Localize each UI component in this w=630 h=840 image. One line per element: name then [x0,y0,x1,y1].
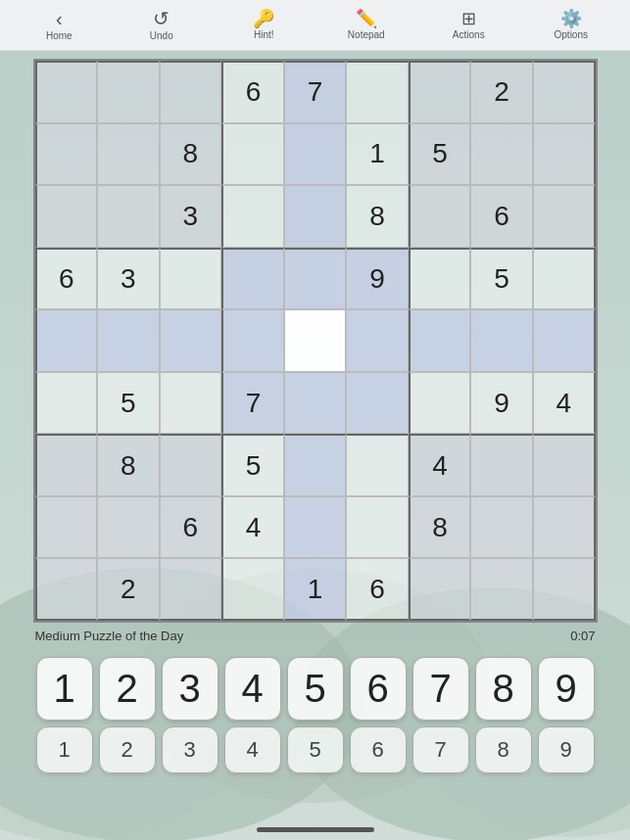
cell-5-5[interactable] [346,372,409,435]
cell-8-1[interactable]: 2 [97,558,160,621]
cell-6-0[interactable] [35,434,98,496]
numpad-large-8[interactable]: 8 [475,657,532,721]
cell-8-6[interactable] [409,558,471,621]
cell-3-8[interactable] [533,248,596,310]
home-button[interactable]: ‹ Home [29,9,88,41]
cell-0-8[interactable] [533,61,596,123]
cell-6-3[interactable]: 5 [221,434,284,496]
cell-4-4[interactable] [284,309,347,372]
cell-1-3[interactable] [221,123,284,186]
cell-7-6[interactable]: 8 [409,496,471,559]
cell-0-1[interactable] [97,61,160,123]
cell-1-8[interactable] [533,123,596,186]
numpad-small-8[interactable]: 8 [475,726,532,773]
cell-5-7[interactable]: 9 [470,372,533,435]
cell-5-0[interactable] [35,372,98,435]
cell-3-2[interactable] [160,248,222,310]
numpad-small-9[interactable]: 9 [538,726,595,773]
cell-8-5[interactable]: 6 [346,558,409,621]
cell-7-8[interactable] [533,496,596,559]
cell-6-8[interactable] [533,434,596,496]
cell-5-8[interactable]: 4 [533,372,596,435]
cell-3-7[interactable]: 5 [470,248,533,310]
cell-0-0[interactable] [35,61,98,123]
cell-7-4[interactable] [284,496,347,559]
numpad-small-2[interactable]: 2 [99,726,156,773]
cell-2-3[interactable] [221,185,284,248]
notepad-button[interactable]: ✏️ Notepad [337,10,396,40]
hint-button[interactable]: 🔑 Hint! [234,10,293,40]
cell-3-4[interactable] [284,248,347,310]
cell-7-1[interactable] [97,496,160,559]
numpad-small-5[interactable]: 5 [287,726,344,773]
cell-5-6[interactable] [409,372,471,435]
cell-0-2[interactable] [160,61,222,123]
options-button[interactable]: ⚙️ Options [542,10,601,40]
cell-1-0[interactable] [35,123,98,186]
cell-3-0[interactable]: 6 [35,248,98,310]
cell-0-6[interactable] [409,61,471,123]
sudoku-grid[interactable]: 67281538663955794854648216 [33,59,598,623]
cell-0-4[interactable]: 7 [284,61,347,123]
cell-2-8[interactable] [533,185,596,248]
cell-2-5[interactable]: 8 [346,185,409,248]
cell-2-7[interactable]: 6 [470,185,533,248]
cell-6-5[interactable] [346,434,409,496]
cell-2-6[interactable] [409,185,471,248]
cell-7-5[interactable] [346,496,409,559]
cell-4-8[interactable] [533,309,596,372]
cell-2-2[interactable]: 3 [160,185,222,248]
numpad-large-2[interactable]: 2 [99,657,156,721]
numpad-small-1[interactable]: 1 [36,726,93,773]
cell-6-6[interactable]: 4 [409,434,471,496]
cell-8-8[interactable] [533,558,596,621]
cell-8-2[interactable] [160,558,222,621]
cell-0-7[interactable]: 2 [470,61,533,123]
cell-8-3[interactable] [221,558,284,621]
cell-3-3[interactable] [221,248,284,310]
numpad-large-7[interactable]: 7 [412,657,469,721]
numpad-large-3[interactable]: 3 [162,657,218,721]
cell-4-7[interactable] [470,309,533,372]
cell-2-1[interactable] [97,185,160,248]
cell-4-5[interactable] [346,309,409,372]
cell-6-4[interactable] [284,434,347,496]
cell-4-1[interactable] [97,309,160,372]
numpad-small-4[interactable]: 4 [224,726,281,773]
cell-2-4[interactable] [284,185,347,248]
numpad-small-6[interactable]: 6 [350,726,407,773]
numpad-large-4[interactable]: 4 [224,657,281,721]
numpad-large-9[interactable]: 9 [538,657,595,721]
numpad-large-5[interactable]: 5 [287,657,344,721]
cell-8-4[interactable]: 1 [284,558,347,621]
numpad-small-3[interactable]: 3 [162,726,218,773]
cell-1-6[interactable]: 5 [409,123,471,186]
cell-3-1[interactable]: 3 [97,248,160,310]
cell-1-7[interactable] [470,123,533,186]
cell-7-3[interactable]: 4 [221,496,284,559]
cell-4-0[interactable] [35,309,98,372]
cell-5-2[interactable] [160,372,222,435]
numpad-large-1[interactable]: 1 [36,657,93,721]
cell-7-0[interactable] [35,496,98,559]
cell-1-1[interactable] [97,123,160,186]
cell-1-2[interactable]: 8 [160,123,222,186]
cell-2-0[interactable] [35,185,98,248]
actions-button[interactable]: ⊞ Actions [439,10,498,40]
cell-4-3[interactable] [221,309,284,372]
cell-5-4[interactable] [284,372,347,435]
cell-8-7[interactable] [470,558,533,621]
cell-5-3[interactable]: 7 [221,372,284,435]
cell-7-7[interactable] [470,496,533,559]
cell-6-1[interactable]: 8 [97,434,160,496]
numpad-large-6[interactable]: 6 [350,657,407,721]
cell-4-6[interactable] [409,309,471,372]
cell-8-0[interactable] [35,558,98,621]
numpad-small-7[interactable]: 7 [412,726,469,773]
cell-0-5[interactable] [346,61,409,123]
cell-6-2[interactable] [160,434,222,496]
cell-3-6[interactable] [409,248,471,310]
cell-3-5[interactable]: 9 [346,248,409,310]
cell-0-3[interactable]: 6 [221,61,284,123]
cell-1-5[interactable]: 1 [346,123,409,186]
